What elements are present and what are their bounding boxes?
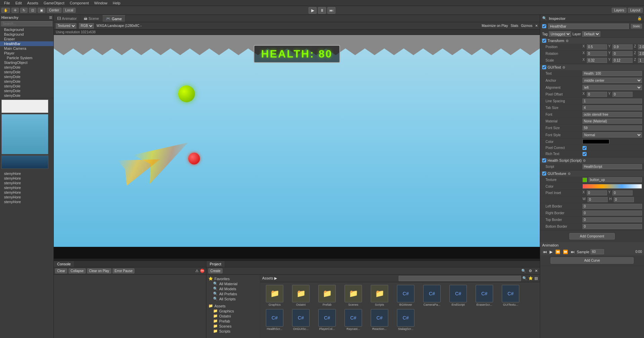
project-close-icon[interactable]: ✕ xyxy=(535,269,538,273)
healthscript-header[interactable]: Health Script (Script) ⚙ xyxy=(540,157,644,163)
asset-item-scenes[interactable]: 📁 Scenes xyxy=(341,285,365,306)
display-select[interactable]: Textured xyxy=(56,23,76,29)
menu-window[interactable]: Window xyxy=(91,1,110,5)
guitext-alignment-select[interactable]: left xyxy=(582,85,642,90)
guitext-tabsize-input[interactable] xyxy=(582,105,642,110)
add-component-btn[interactable]: Add Component xyxy=(569,233,614,239)
tab-scene[interactable]: 🏔 Scene xyxy=(80,15,103,22)
animation-header[interactable]: Animation xyxy=(540,242,644,248)
guitexture-color-swatch[interactable] xyxy=(582,184,642,189)
hierarchy-item-stenydole7[interactable]: stenyDole xyxy=(0,93,53,98)
project-icon-3[interactable]: ▤ xyxy=(534,276,538,280)
layers-btn[interactable]: Layers xyxy=(612,8,627,13)
hierarchy-item-stenydole4[interactable]: stenyDole xyxy=(0,79,53,84)
menu-file[interactable]: File xyxy=(1,1,13,5)
hierarchy-item-stenyhore4[interactable]: stenyHore xyxy=(0,185,53,190)
tree-graphics[interactable]: 📁 Graphics xyxy=(208,308,258,313)
gizmos-btn[interactable]: Gizmos xyxy=(521,24,532,28)
play-button[interactable]: ▶ xyxy=(309,7,317,14)
hierarchy-item-player[interactable]: Player xyxy=(0,51,53,55)
transform-settings-icon[interactable]: ⚙ xyxy=(566,39,569,43)
asset-item-camerapa[interactable]: C# CameraPa... xyxy=(420,285,444,306)
layer-select[interactable]: Default xyxy=(582,31,600,37)
guitext-anchor-select[interactable]: middle center xyxy=(582,78,642,83)
asset-item-playercol[interactable]: C# PlayerCol... xyxy=(315,309,339,331)
tool-btn-rect[interactable]: ▣ xyxy=(38,8,45,13)
guitext-settings-icon[interactable]: ⚙ xyxy=(562,66,565,69)
guitexture-texture-input[interactable] xyxy=(589,177,642,182)
scale-z-input[interactable] xyxy=(638,58,644,63)
asset-item-raycast[interactable]: C# Raycast... xyxy=(341,309,365,331)
guitexture-settings-icon[interactable]: ⚙ xyxy=(568,172,571,176)
healthscript-settings-icon[interactable]: ⚙ xyxy=(583,159,586,162)
hierarchy-item-stenyhore6[interactable]: stenyHore xyxy=(0,195,53,199)
menu-assets[interactable]: Assets xyxy=(25,1,41,5)
hierarchy-item-eraser[interactable]: Eraser xyxy=(0,37,53,41)
asset-item-endscript[interactable]: C# EndScript xyxy=(446,285,470,306)
asset-item-stalagscr[interactable]: C# StalagScr... xyxy=(394,309,417,331)
inset-x-input[interactable] xyxy=(587,190,607,195)
inset-h-input[interactable] xyxy=(614,197,634,202)
console-collapse-btn[interactable]: Collapse xyxy=(69,268,86,273)
tool-btn-move[interactable]: ✛ xyxy=(11,8,19,13)
hierarchy-item-stenydole2[interactable]: stenyDole xyxy=(0,70,53,74)
tab-console[interactable]: Console xyxy=(54,261,74,267)
hierarchy-item-stenydole6[interactable]: stenyDole xyxy=(0,88,53,93)
inset-w-input[interactable] xyxy=(588,197,608,202)
asset-item-prefab[interactable]: 📁 Prefab xyxy=(315,285,339,306)
hierarchy-item-stenydole5[interactable]: stenyDole xyxy=(0,84,53,88)
guitext-color-swatch[interactable] xyxy=(582,139,609,144)
tab-animator[interactable]: 🎞 Animator xyxy=(54,15,80,22)
asset-item-healthscr[interactable]: C# HealthScr... xyxy=(263,309,286,331)
hierarchy-item-maincamera[interactable]: Main Camera xyxy=(0,46,53,51)
pause-button[interactable]: ⏸ xyxy=(318,7,326,14)
tab-project[interactable]: Project xyxy=(206,261,225,267)
asset-item-bgmover[interactable]: C# BGMover xyxy=(394,285,417,306)
menu-help[interactable]: Help xyxy=(110,1,123,5)
hierarchy-item-stenyhore3[interactable]: stenyHore xyxy=(0,181,53,185)
tree-ostatni[interactable]: 📁 Ostatni xyxy=(208,313,258,318)
hierarchy-item-startingobject[interactable]: StartingObject xyxy=(0,60,53,65)
guitext-richtext-checkbox[interactable] xyxy=(582,152,587,156)
tool-btn-rotate[interactable]: ↻ xyxy=(20,8,28,13)
hierarchy-item-stenydole1[interactable]: stenyDole xyxy=(0,65,53,70)
guitexture-leftborder-input[interactable] xyxy=(582,204,642,209)
pos-z-input[interactable] xyxy=(638,44,644,49)
inspector-lock-icon[interactable]: 🔒 xyxy=(637,16,642,21)
hierarchy-item-stenyhore7[interactable]: stenyHore xyxy=(0,199,53,204)
anim-sample-input[interactable] xyxy=(591,249,604,254)
tree-scripts[interactable]: 📁 Scripts xyxy=(208,329,258,334)
guitext-material-input[interactable] xyxy=(582,119,642,124)
tool-btn-scale[interactable]: ⊡ xyxy=(29,8,36,13)
rot-x-input[interactable] xyxy=(587,51,607,56)
guitexture-header[interactable]: GUITexture ⚙ xyxy=(540,171,644,177)
console-clear-on-play-btn[interactable]: Clear on Play xyxy=(87,268,111,273)
guitext-font-input[interactable] xyxy=(582,112,642,117)
anim-next-btn[interactable]: ⏩ xyxy=(562,250,569,254)
maximize-on-play-btn[interactable]: Maximize on Play xyxy=(482,24,508,28)
project-create-btn[interactable]: Create xyxy=(208,268,223,273)
fav-all-prefabs[interactable]: 🔍 All Prefabs xyxy=(208,291,258,296)
asset-item-ostatni[interactable]: 📁 Ostatni xyxy=(289,285,313,306)
tab-game[interactable]: 🎮 Game xyxy=(103,15,125,22)
console-clear-btn[interactable]: Clear xyxy=(55,268,67,273)
rot-y-input[interactable] xyxy=(612,51,633,56)
guitext-pixelcorrect-checkbox[interactable] xyxy=(582,146,587,150)
hierarchy-search-input[interactable] xyxy=(1,21,52,26)
hierarchy-item-stenyhore2[interactable]: stenyHore xyxy=(0,176,53,181)
tree-prefab[interactable]: 📁 Prefab xyxy=(208,318,258,324)
guitexture-rightborder-input[interactable] xyxy=(582,211,642,216)
inset-y-input[interactable] xyxy=(612,190,633,195)
console-error-pause-btn[interactable]: Error Pause xyxy=(113,268,134,273)
step-button[interactable]: ⏭ xyxy=(327,7,335,14)
project-search-input[interactable] xyxy=(399,276,521,281)
hierarchy-item-background1[interactable]: Background xyxy=(0,27,53,32)
healthscript-script-input[interactable] xyxy=(582,164,642,169)
asset-item-eraserscr[interactable]: C# EraserScr... xyxy=(473,285,496,306)
pos-y-input[interactable] xyxy=(612,44,633,49)
hierarchy-item-stenydole3[interactable]: stenyDole xyxy=(0,74,53,79)
asset-item-reaction[interactable]: C# Reaction... xyxy=(368,309,391,331)
stats-btn[interactable]: Stats xyxy=(511,24,518,28)
guitext-linespacing-input[interactable] xyxy=(582,99,642,104)
hierarchy-item-stenyhore5[interactable]: stenyHore xyxy=(0,190,53,195)
